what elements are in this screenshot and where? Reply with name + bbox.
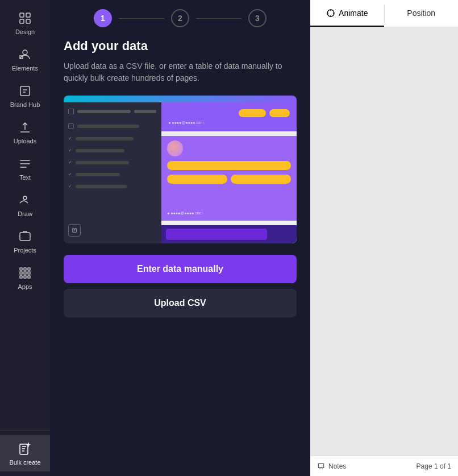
svg-rect-17 xyxy=(28,276,30,278)
page-label: Page 1 of 1 xyxy=(417,462,451,470)
preview-checkmark-4: ✓ xyxy=(68,160,72,165)
preview-checkmark-5: ✓ xyxy=(68,172,72,177)
svg-rect-13 xyxy=(24,272,26,274)
preview-card-bottom: ● ●●●●@●●●●.com xyxy=(161,136,297,221)
preview-header-line xyxy=(77,110,131,113)
right-panel-header: Animate Position xyxy=(310,0,458,27)
preview-data-line-2 xyxy=(76,137,134,140)
content-section: Add your data Upload data as a CSV file,… xyxy=(50,34,310,476)
svg-rect-9 xyxy=(20,268,22,270)
brand-icon xyxy=(17,83,33,99)
elements-icon xyxy=(17,47,33,63)
notes-area[interactable]: Notes xyxy=(317,462,346,470)
upload-csv-button[interactable]: Upload CSV xyxy=(64,289,297,317)
preview-checkbox xyxy=(68,109,74,114)
tab-position[interactable]: Position xyxy=(385,0,459,27)
sidebar-item-brand[interactable]: Brand Hub xyxy=(0,77,50,114)
preview-data-row-5: ✓ xyxy=(68,170,157,179)
sidebar-item-text[interactable]: Text xyxy=(0,150,50,187)
sidebar-item-label: Brand Hub xyxy=(10,101,40,108)
preview-data-line-6 xyxy=(76,185,127,188)
sidebar-item-label: Elements xyxy=(12,65,38,72)
preview-card-top: ● ●●●●@●●●●.com xyxy=(161,102,297,131)
design-icon xyxy=(17,10,33,26)
sidebar-item-uploads[interactable]: Uploads xyxy=(0,114,50,150)
svg-rect-8 xyxy=(20,233,30,241)
preview-data-row-2: ✓ xyxy=(68,134,157,143)
sidebar-item-elements[interactable]: Elements xyxy=(0,41,50,77)
bottom-bar: Notes Page 1 of 1 xyxy=(310,456,458,476)
step-1[interactable]: 1 xyxy=(94,9,112,27)
sidebar-item-label: Text xyxy=(19,174,31,181)
preview-data-row-6: ✓ xyxy=(68,182,157,191)
preview-header-line-2 xyxy=(134,110,156,113)
svg-rect-0 xyxy=(20,13,24,17)
sidebar-item-label: Projects xyxy=(14,247,36,254)
tab-position-label: Position xyxy=(407,9,435,18)
preview-purple-button xyxy=(166,229,267,240)
svg-rect-18 xyxy=(20,444,28,454)
step-2[interactable]: 2 xyxy=(171,9,189,27)
svg-rect-12 xyxy=(20,272,22,274)
step-divider-1 xyxy=(119,18,164,19)
preview-data-row-1 xyxy=(68,122,157,131)
preview-yellow-row xyxy=(167,175,291,184)
main-content-panel: 1 2 3 Add your data Upload data as a CSV… xyxy=(50,0,310,476)
preview-illustration: ✓ ✓ ✓ ✓ xyxy=(64,96,297,243)
svg-rect-11 xyxy=(28,268,30,270)
preview-card-email: ● ●●●●@●●●●.com xyxy=(167,211,291,215)
projects-icon xyxy=(17,229,33,245)
preview-data-row-4: ✓ xyxy=(68,158,157,167)
preview-bottom-section xyxy=(161,225,297,243)
preview-top-pills xyxy=(168,109,290,117)
preview-yellow-pill-1 xyxy=(167,175,227,184)
bulk-create-icon xyxy=(17,441,33,457)
preview-checkmark-6: ✓ xyxy=(68,184,72,189)
sidebar-item-label: Apps xyxy=(18,283,32,290)
preview-pill-2 xyxy=(269,109,290,117)
middle-area: 1 2 3 Add your data Upload data as a CSV… xyxy=(50,0,458,476)
main-panel: 1 2 3 Add your data Upload data as a CSV… xyxy=(50,0,458,476)
svg-point-7 xyxy=(23,196,27,200)
preview-card-content xyxy=(167,161,291,170)
sidebar-item-draw[interactable]: Draw xyxy=(0,187,50,223)
preview-avatar-image xyxy=(167,140,183,156)
preview-left: ✓ ✓ ✓ ✓ xyxy=(64,102,161,243)
preview-data-line-1 xyxy=(77,125,139,128)
sidebar-item-design[interactable]: Design xyxy=(0,5,50,41)
svg-rect-10 xyxy=(24,268,26,270)
preview-check-1 xyxy=(68,123,74,129)
preview-data-line-4 xyxy=(76,161,129,164)
svg-rect-16 xyxy=(24,276,26,278)
preview-yellow-bar-1 xyxy=(167,161,291,170)
tab-animate[interactable]: Animate xyxy=(310,0,384,27)
svg-rect-14 xyxy=(28,272,30,274)
sidebar-item-projects[interactable]: Projects xyxy=(0,223,50,259)
preview-data-row-3: ✓ xyxy=(68,146,157,155)
preview-checkmark-3: ✓ xyxy=(68,148,72,153)
step-divider-2 xyxy=(196,18,242,19)
sidebar-item-label: Bulk create xyxy=(9,459,40,466)
step-3[interactable]: 3 xyxy=(248,9,267,27)
tab-animate-label: Animate xyxy=(339,9,368,18)
notes-label: Notes xyxy=(328,462,346,470)
preview-yellow-pill-2 xyxy=(231,175,291,184)
preview-pill-1 xyxy=(239,109,266,117)
sidebar-item-label: Design xyxy=(15,28,35,35)
apps-icon xyxy=(17,265,33,281)
preview-avatar xyxy=(167,140,183,156)
preview-inner: ✓ ✓ ✓ ✓ xyxy=(64,102,297,243)
svg-rect-6 xyxy=(20,86,30,96)
preview-header-row xyxy=(68,107,157,116)
sidebar-item-apps[interactable]: Apps xyxy=(0,259,50,296)
sidebar-item-label: Draw xyxy=(18,210,32,217)
uploads-icon xyxy=(17,119,33,135)
svg-rect-1 xyxy=(26,13,30,17)
sidebar-item-bulk-create[interactable]: Bulk create xyxy=(0,435,50,471)
draw-icon xyxy=(17,192,33,208)
svg-point-4 xyxy=(23,50,27,55)
preview-data-line-3 xyxy=(76,149,124,152)
preview-col-icon xyxy=(68,224,81,237)
enter-data-button[interactable]: Enter data manually xyxy=(64,255,297,283)
sidebar: Design Elements Brand Hub Uploads Text D… xyxy=(0,0,50,476)
